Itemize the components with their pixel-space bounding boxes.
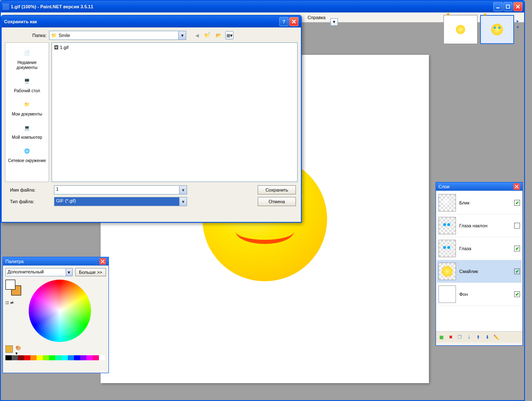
place-mydocs[interactable]: 📁 Мои документы (6, 96, 48, 118)
place-desktop[interactable]: 🖥️ Рабочий стол (6, 73, 48, 95)
layer-merge-button[interactable]: ⤓ (465, 333, 473, 341)
layer-row[interactable]: Глаза наклон (437, 214, 522, 237)
save-button[interactable]: Сохранить (258, 185, 296, 194)
desktop-icon: 🖥️ (20, 74, 34, 88)
app-icon (2, 3, 9, 10)
menu-help[interactable]: Справка (304, 14, 329, 21)
layer-visibility-checkbox[interactable]: ✔ (514, 246, 520, 251)
layers-titlebar[interactable]: Слои (436, 182, 522, 191)
place-computer[interactable]: 💻 Мой компьютер (6, 119, 48, 142)
color-swatch[interactable] (99, 355, 105, 360)
thumbnail-1[interactable]: ✸ (443, 15, 478, 44)
layer-name: Глаза наклон (459, 223, 511, 228)
dialog-help-button[interactable]: ? (279, 17, 288, 26)
layer-name: Блик (459, 200, 511, 205)
layers-panel: Слои Блик✔Глаза наклонГлаза✔Смайлик✔Фон✔… (436, 182, 523, 346)
palette-close-button[interactable] (99, 258, 106, 265)
filename-label: Имя файла: (5, 187, 51, 192)
layer-properties-button[interactable]: ✏️ (493, 333, 500, 341)
palette-tool-icon[interactable]: 🎨▾ (15, 345, 23, 353)
maximize-button[interactable] (503, 2, 512, 11)
file-list[interactable]: 🖼 1.gif (52, 42, 298, 182)
layer-visibility-checkbox[interactable]: ✔ (514, 291, 520, 297)
swap-swatches-icon[interactable]: ◫ ⇄ (5, 300, 25, 305)
layer-name: Смайлик (459, 269, 511, 274)
color-swatch[interactable] (74, 355, 80, 360)
document-thumbnails: ✸ ✸ ▸ ▾ (443, 15, 522, 44)
color-swatch[interactable] (43, 355, 49, 360)
thumbnail-nav[interactable]: ▸ ▾ (517, 18, 522, 30)
color-swatches[interactable] (5, 280, 25, 300)
color-swatch[interactable] (49, 355, 55, 360)
chevron-down-icon[interactable]: ▾ (66, 268, 72, 276)
color-swatch[interactable] (24, 355, 30, 360)
file-item[interactable]: 🖼 1.gif (54, 44, 296, 50)
nav-back-button[interactable]: ◀ (193, 31, 201, 39)
help-dropdown[interactable]: ▾ (330, 18, 338, 26)
color-swatch[interactable] (62, 355, 68, 360)
primary-color-swatch[interactable] (5, 280, 15, 290)
main-titlebar[interactable]: 1.gif (100%) - Paint.NET версия 3.5.11 (1, 1, 524, 12)
chevron-down-icon[interactable]: ▾ (178, 31, 186, 39)
layer-add-button[interactable]: ▦ (438, 333, 445, 341)
svg-rect-1 (506, 5, 510, 8)
layer-move-up-button[interactable]: ⬆ (474, 333, 482, 341)
color-swatch[interactable] (80, 355, 86, 360)
layer-delete-button[interactable]: ✖ (447, 333, 454, 341)
color-swatch[interactable] (18, 355, 24, 360)
color-swatch[interactable] (5, 355, 12, 360)
layer-duplicate-button[interactable]: ❐ (456, 333, 463, 341)
layers-close-button[interactable] (513, 183, 520, 190)
layer-move-down-button[interactable]: ⬇ (483, 333, 491, 341)
color-swatch[interactable] (68, 355, 74, 360)
layer-row[interactable]: Фон✔ (437, 283, 522, 306)
layer-visibility-checkbox[interactable]: ✔ (514, 268, 520, 274)
layer-thumbnail (438, 217, 456, 234)
places-bar: 📄 Недавние документы 🖥️ Рабочий стол 📁 М… (5, 42, 49, 182)
color-swatch[interactable] (55, 355, 62, 360)
layer-thumbnail (438, 194, 456, 212)
layer-row[interactable]: Смайлик✔ (437, 260, 522, 283)
color-swatch[interactable] (86, 355, 93, 360)
layer-visibility-checkbox[interactable]: ✔ (514, 200, 520, 206)
filetype-dropdown[interactable]: GIF (*.gif) ▾ (54, 197, 187, 206)
chevron-down-icon[interactable]: ▾ (179, 197, 187, 206)
palette-panel: Палитра Дополнительный ▾ Больше >> ◫ ⇄ 🎨… (2, 257, 109, 373)
close-button[interactable] (513, 2, 522, 11)
color-strip[interactable] (5, 355, 106, 360)
layer-thumbnail (438, 240, 456, 257)
color-swatch[interactable] (93, 355, 99, 360)
color-swatch[interactable] (30, 355, 37, 360)
filename-input[interactable]: 1 ▾ (54, 185, 187, 194)
nav-new-folder-button[interactable]: 📂 (214, 31, 223, 39)
folder-dropdown[interactable]: 📁 Smile ▾ (49, 31, 186, 40)
window-title: 1.gif (100%) - Paint.NET версия 3.5.11 (11, 4, 493, 9)
modified-star-icon: ✸ (446, 12, 450, 17)
place-recent[interactable]: 📄 Недавние документы (6, 44, 48, 72)
palette-mode-dropdown[interactable]: Дополнительный ▾ (5, 268, 73, 276)
documents-icon: 📁 (20, 98, 34, 111)
color-swatch[interactable] (12, 355, 18, 360)
layer-visibility-checkbox[interactable] (514, 223, 520, 229)
palette-more-button[interactable]: Больше >> (75, 268, 106, 276)
palette-titlebar[interactable]: Палитра (3, 257, 108, 266)
palette-tool-icon[interactable] (5, 345, 13, 353)
color-swatch[interactable] (37, 355, 43, 360)
cancel-button[interactable]: Отмена (258, 197, 296, 206)
nav-view-button[interactable]: ⊞▾ (225, 31, 234, 39)
layers-toolbar: ▦ ✖ ❐ ⤓ ⬆ ⬇ ✏️ (436, 331, 522, 342)
folder-label: Папка: (5, 33, 47, 38)
thumbnail-2[interactable]: ✸ (480, 15, 514, 44)
save-as-dialog: Сохранить как ? Папка: 📁 Smile ▾ ◀ 📁↑ 📂 … (1, 15, 302, 223)
minimize-button[interactable] (493, 2, 502, 11)
layers-title-text: Слои (438, 184, 450, 189)
chevron-down-icon[interactable]: ▾ (179, 186, 187, 194)
folder-value: Smile (59, 33, 70, 38)
nav-up-button[interactable]: 📁↑ (204, 31, 212, 39)
color-wheel[interactable] (29, 280, 91, 342)
place-network[interactable]: 🌐 Сетевое окружение (6, 143, 48, 165)
dialog-close-button[interactable] (289, 17, 298, 26)
dialog-titlebar[interactable]: Сохранить как ? (2, 16, 301, 27)
layer-row[interactable]: Глаза✔ (437, 237, 522, 260)
layer-row[interactable]: Блик✔ (437, 192, 522, 214)
